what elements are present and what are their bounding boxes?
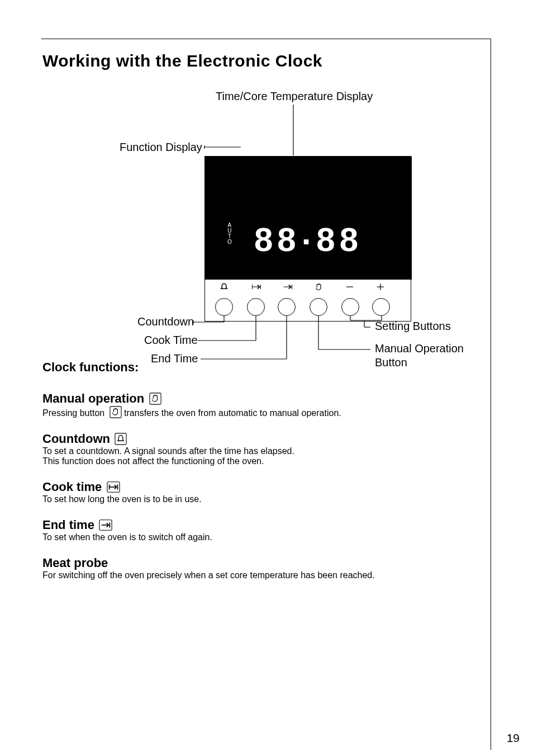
clock-functions-heading: Clock functions: [42,360,485,375]
manual-operation-body-1: Pressing button [42,408,107,418]
hand-icon [314,282,326,295]
label-time-core-display: Time/Core Temperature Display [216,90,373,103]
countdown-button[interactable] [215,298,233,316]
end-time-body: To set when the oven is to switch off ag… [42,532,212,542]
section-end-time: End time To set when the oven is to swit… [42,518,485,542]
label-end-time: End Time [151,352,198,365]
hand-icon [110,406,122,418]
section-cook-time: Cook time To set how long the oven is to… [42,480,485,504]
cook-time-body: To set how long the oven is to be in use… [42,494,202,504]
label-function-display: Function Display [120,141,202,154]
minus-icon [345,282,358,295]
section-countdown: Countdown To set a countdown. A signal s… [42,432,485,466]
bell-icon [219,282,231,295]
cook-time-button[interactable] [247,298,265,316]
end-time-icon [282,282,294,295]
end-time-icon [99,519,112,531]
manual-operation-body-2: transfers the oven from automatic to man… [124,408,341,418]
manual-button[interactable] [310,298,327,316]
hand-icon [149,393,161,405]
end-time-button[interactable] [278,298,296,316]
clock-diagram: Time/Core Temperature Display Function D… [42,89,478,353]
page-number: 19 [507,731,520,745]
plus-button[interactable] [372,298,390,316]
label-manual-operation-2: Button [375,356,407,369]
control-panel-frame: AUTO 88.88 [204,156,411,322]
label-setting-buttons: Setting Buttons [375,320,451,333]
cook-time-icon [251,282,263,295]
label-countdown: Countdown [137,315,194,328]
end-time-title: End time [42,518,94,532]
countdown-body: To set a countdown. A signal sounds afte… [42,446,294,466]
section-meat-probe: Meat probe For switching off the oven pr… [42,556,485,580]
lcd-screen: AUTO 88.88 [205,157,412,280]
plus-icon [376,282,388,295]
page-content: Working with the Electronic Clock Time/C… [42,51,485,582]
manual-operation-title: Manual operation [42,391,144,405]
meat-probe-title: Meat probe [42,556,108,570]
bell-icon [115,433,127,445]
countdown-title: Countdown [42,432,110,446]
label-cook-time: Cook Time [144,334,198,347]
button-row [204,298,411,320]
meat-probe-body: For switching off the oven precisely whe… [42,570,375,580]
section-manual-operation: Manual operation Pressing button transfe… [42,391,485,418]
cook-time-title: Cook time [42,480,102,494]
minus-button[interactable] [341,298,359,316]
label-manual-operation-1: Manual Operation [375,342,464,355]
digit-display: 88.88 [205,214,412,259]
page-title: Working with the Electronic Clock [42,51,485,70]
cook-time-icon [107,481,120,493]
